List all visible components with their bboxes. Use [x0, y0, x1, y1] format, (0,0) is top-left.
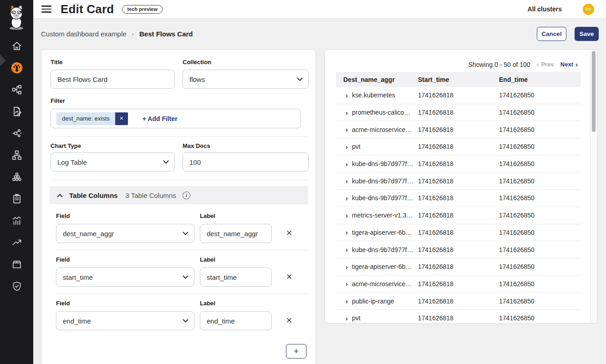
title-input[interactable]: Best Flows Card: [51, 70, 175, 89]
sidebar-item-network-topology[interactable]: [0, 79, 33, 101]
table-row[interactable]: › pvt 1741626818 1741626850: [336, 138, 581, 156]
remove-column-icon[interactable]: ✕: [283, 271, 295, 283]
table-row[interactable]: › kube-dns-9b7d977f… 1741626818 17416268…: [336, 156, 581, 173]
collection-label: Collection: [183, 59, 211, 66]
chevron-left-icon: ‹: [537, 61, 539, 68]
sidebar-item-compliance[interactable]: [0, 188, 33, 210]
cluster-selector[interactable]: All clusters: [528, 5, 562, 13]
table-row[interactable]: › kube-dns-9b7d977f… 1741626818 17416268…: [336, 172, 581, 190]
column-header: Start_time: [418, 76, 499, 83]
remove-column-icon[interactable]: ✕: [283, 228, 295, 239]
sidebar-item-threat-feed[interactable]: [0, 232, 33, 253]
column-label-input[interactable]: end_time: [200, 311, 272, 330]
add-column-button[interactable]: +: [286, 344, 306, 359]
start-time-cell: 1741626818: [418, 246, 499, 253]
expand-row-icon[interactable]: ›: [346, 263, 348, 270]
sidebar-item-security-shield[interactable]: [0, 275, 33, 297]
scrollbar-thumb[interactable]: [592, 51, 596, 132]
table-row[interactable]: › prometheus-calico… 1741626818 17416268…: [336, 104, 581, 121]
chevron-right-icon: ›: [575, 61, 578, 68]
expand-row-icon[interactable]: ›: [346, 195, 348, 202]
column-field-select[interactable]: dest_name_aggr: [56, 224, 194, 243]
filter-label: Filter: [51, 97, 65, 104]
start-time-cell: 1741626818: [418, 160, 499, 167]
dest-name-cell: tigera-apiserver-6b…: [352, 229, 412, 236]
expand-row-icon[interactable]: ›: [346, 246, 348, 253]
table-columns-section-toggle[interactable]: Table Columns 3 Table Columns i: [50, 186, 308, 204]
expand-row-icon[interactable]: ›: [346, 143, 348, 150]
start-time-cell: 1741626818: [418, 298, 499, 305]
end-time-cell: 1741626850: [499, 246, 581, 253]
hamburger-menu-icon[interactable]: [41, 4, 51, 15]
sidebar-item-packages[interactable]: [0, 253, 33, 275]
pagination-status: Showing 0 - 50 of 100: [468, 61, 530, 68]
expand-row-icon[interactable]: ›: [346, 315, 348, 322]
save-button[interactable]: Save: [575, 27, 599, 41]
expand-row-icon[interactable]: ›: [346, 109, 348, 116]
chart-type-select[interactable]: Log Table: [51, 152, 175, 172]
expand-row-icon[interactable]: ›: [346, 229, 348, 236]
table-row[interactable]: › metrics-server-v1.3… 1741626818 174162…: [336, 207, 581, 224]
sidebar-item-home[interactable]: [0, 35, 33, 57]
divider: [51, 136, 307, 136]
end-time-cell: 1741626850: [499, 143, 581, 150]
column-header: Dest_name_aggr: [336, 76, 418, 83]
table-row[interactable]: › kube-dns-9b7d977f… 1741626818 17416268…: [336, 190, 581, 207]
table-row[interactable]: › kube-dns-9b7d977f… 1741626818 17416268…: [336, 241, 581, 258]
threat-feed-icon: [11, 237, 23, 248]
next-page-button[interactable]: Next ›: [560, 61, 578, 68]
info-icon[interactable]: i: [183, 192, 190, 199]
expand-row-icon[interactable]: ›: [346, 298, 348, 304]
security-shield-icon: [11, 280, 23, 292]
compliance-icon: [11, 193, 23, 205]
end-time-cell: 1741626850: [499, 263, 581, 270]
remove-column-icon[interactable]: ✕: [283, 315, 295, 327]
expand-row-icon[interactable]: ›: [346, 161, 348, 167]
table-row[interactable]: › kse.kubernetes 1741626818 1741626850: [336, 87, 581, 104]
network-sets-icon: [11, 149, 23, 161]
remove-filter-icon[interactable]: ✕: [115, 112, 128, 125]
end-time-cell: 1741626850: [499, 212, 581, 219]
sidebar-item-service-graph[interactable]: [0, 122, 33, 144]
expand-row-icon[interactable]: ›: [346, 212, 348, 219]
section-count: 3 Table Columns: [125, 192, 176, 199]
sidebar-item-dashboards[interactable]: [0, 57, 33, 79]
sidebar-item-clusters[interactable]: [0, 166, 33, 188]
dest-name-cell: prometheus-calico…: [352, 109, 410, 116]
user-avatar[interactable]: CC: [583, 4, 594, 15]
preview-table: Dest_name_aggr Start_time End_time › kse…: [336, 72, 581, 324]
dashboards-icon: [10, 61, 23, 74]
column-field-select[interactable]: start_time: [56, 268, 194, 287]
table-row[interactable]: › public-ip-range 1741626818 1741626850: [336, 293, 581, 310]
cancel-button[interactable]: Cancel: [537, 27, 566, 41]
column-label-input[interactable]: dest_name_aggr: [200, 224, 272, 243]
card-preview-panel: Showing 0 - 50 of 100 ‹ Prev Next › Dest…: [324, 49, 597, 324]
expand-row-icon[interactable]: ›: [346, 92, 348, 99]
add-filter-button[interactable]: + Add Filter: [143, 115, 178, 122]
table-row[interactable]: › pvt 1741626818 1741626850: [336, 310, 581, 324]
sidebar-item-network-sets[interactable]: [0, 144, 33, 166]
divider: [51, 180, 307, 180]
expand-row-icon[interactable]: ›: [346, 280, 348, 287]
start-time-cell: 1741626818: [418, 109, 499, 116]
expand-row-icon[interactable]: ›: [346, 177, 348, 184]
dest-name-cell: metrics-server-v1.3…: [352, 212, 413, 219]
collection-select[interactable]: flows: [183, 70, 309, 89]
end-time-cell: 1741626850: [499, 280, 581, 288]
table-row[interactable]: › acme-microservice… 1741626818 17416268…: [336, 276, 581, 293]
max-docs-input[interactable]: 100: [183, 152, 309, 172]
expand-row-icon[interactable]: ›: [346, 126, 348, 133]
breadcrumb-parent[interactable]: Custom dashboard example: [41, 30, 127, 38]
scrollbar-track[interactable]: [590, 50, 597, 323]
table-row[interactable]: › acme-microservice… 1741626818 17416268…: [336, 121, 581, 138]
table-row[interactable]: › tigera-apiserver-6b… 1741626818 174162…: [336, 224, 581, 242]
column-label-input[interactable]: start_time: [200, 268, 272, 287]
analytics-icon: [11, 215, 23, 227]
table-row[interactable]: › tigera-apiserver-6b… 1741626818 174162…: [336, 258, 581, 276]
filter-input[interactable]: dest_name: exists ✕ + Add Filter: [51, 109, 301, 128]
sidebar-item-analytics[interactable]: [0, 210, 33, 232]
sidebar-item-reports[interactable]: [0, 101, 33, 122]
prev-page-button[interactable]: ‹ Prev: [537, 61, 554, 68]
dest-name-cell: acme-microservice…: [352, 280, 412, 288]
column-field-select[interactable]: end_time: [56, 311, 194, 330]
